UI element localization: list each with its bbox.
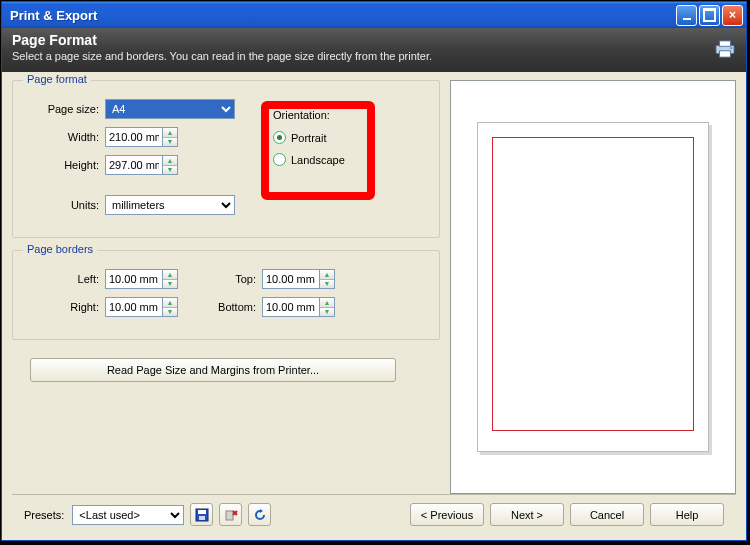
label-top: Top: (206, 273, 256, 285)
svg-rect-2 (720, 51, 731, 57)
titlebar[interactable]: Print & Export × (2, 2, 746, 28)
header-bar: Page Format Select a page size and borde… (2, 28, 746, 72)
spin-down-icon[interactable]: ▼ (163, 308, 177, 317)
label-page-size: Page size: (23, 103, 99, 115)
legend-page-format: Page format (23, 73, 91, 85)
page-format-fieldset: Page format Page size: A4 Width: (12, 80, 440, 238)
svg-rect-6 (199, 516, 205, 520)
svg-point-3 (730, 47, 732, 49)
preview-caption (478, 442, 708, 448)
page-preview (477, 122, 709, 452)
label-right: Right: (23, 301, 99, 313)
spin-down-icon[interactable]: ▼ (163, 166, 177, 175)
bottom-spinner[interactable]: ▲▼ (262, 297, 335, 317)
next-button[interactable]: Next > (490, 503, 564, 526)
svg-rect-7 (226, 511, 233, 520)
label-orientation: Orientation: (273, 109, 345, 121)
content-area: Page format Page size: A4 Width: (2, 72, 746, 540)
dialog-window: Print & Export × Page Format Select a pa… (1, 1, 747, 541)
spin-up-icon[interactable]: ▲ (163, 298, 177, 308)
left-spinner[interactable]: ▲▼ (105, 269, 178, 289)
spin-up-icon[interactable]: ▲ (163, 270, 177, 280)
radio-icon (273, 131, 286, 144)
spin-down-icon[interactable]: ▼ (163, 280, 177, 289)
label-left: Left: (23, 273, 99, 285)
spin-up-icon[interactable]: ▲ (163, 128, 177, 138)
save-preset-button[interactable] (190, 503, 213, 526)
delete-preset-button[interactable] (219, 503, 242, 526)
radio-label-portrait: Portrait (291, 132, 326, 144)
page-size-select[interactable]: A4 (105, 99, 235, 119)
legend-page-borders: Page borders (23, 243, 97, 255)
read-printer-button[interactable]: Read Page Size and Margins from Printer.… (30, 358, 396, 382)
revert-icon (253, 508, 267, 522)
top-spinner[interactable]: ▲▼ (262, 269, 335, 289)
width-spinner[interactable]: ▲▼ (105, 127, 178, 147)
label-units: Units: (23, 199, 99, 211)
radio-portrait[interactable]: Portrait (273, 131, 345, 144)
spin-down-icon[interactable]: ▼ (320, 308, 334, 317)
spin-up-icon[interactable]: ▲ (320, 270, 334, 280)
top-input[interactable] (263, 270, 319, 288)
close-button[interactable]: × (722, 5, 743, 26)
label-bottom: Bottom: (206, 301, 256, 313)
footer-bar: Presets: <Last used> < Previous Next > C… (12, 494, 736, 534)
width-input[interactable] (106, 128, 162, 146)
help-button[interactable]: Help (650, 503, 724, 526)
label-height: Height: (23, 159, 99, 171)
spin-up-icon[interactable]: ▲ (320, 298, 334, 308)
height-spinner[interactable]: ▲▼ (105, 155, 178, 175)
delete-preset-icon (224, 508, 238, 522)
right-spinner[interactable]: ▲▼ (105, 297, 178, 317)
spin-up-icon[interactable]: ▲ (163, 156, 177, 166)
page-title: Page Format (12, 32, 714, 48)
page-subtitle: Select a page size and borders. You can … (12, 50, 714, 62)
margin-preview (492, 137, 694, 431)
floppy-icon (195, 508, 209, 522)
right-input[interactable] (106, 298, 162, 316)
page-borders-fieldset: Page borders Left: ▲▼ Right: ▲▼ (12, 250, 440, 340)
radio-label-landscape: Landscape (291, 154, 345, 166)
preview-pane (450, 80, 736, 494)
left-input[interactable] (106, 270, 162, 288)
label-width: Width: (23, 131, 99, 143)
svg-rect-5 (198, 510, 206, 514)
orientation-group: Orientation: Portrait Landscape (261, 99, 361, 223)
previous-button[interactable]: < Previous (410, 503, 484, 526)
cancel-button[interactable]: Cancel (570, 503, 644, 526)
bottom-input[interactable] (263, 298, 319, 316)
units-select[interactable]: millimeters (105, 195, 235, 215)
window-title: Print & Export (10, 8, 676, 23)
svg-rect-1 (720, 41, 731, 46)
spin-down-icon[interactable]: ▼ (163, 138, 177, 147)
maximize-button[interactable] (699, 5, 720, 26)
spin-down-icon[interactable]: ▼ (320, 280, 334, 289)
radio-icon (273, 153, 286, 166)
preview-caption-right (699, 442, 700, 448)
minimize-button[interactable] (676, 5, 697, 26)
presets-select[interactable]: <Last used> (72, 505, 184, 525)
reset-preset-button[interactable] (248, 503, 271, 526)
radio-landscape[interactable]: Landscape (273, 153, 345, 166)
label-presets: Presets: (24, 509, 64, 521)
height-input[interactable] (106, 156, 162, 174)
printer-icon (714, 40, 736, 58)
